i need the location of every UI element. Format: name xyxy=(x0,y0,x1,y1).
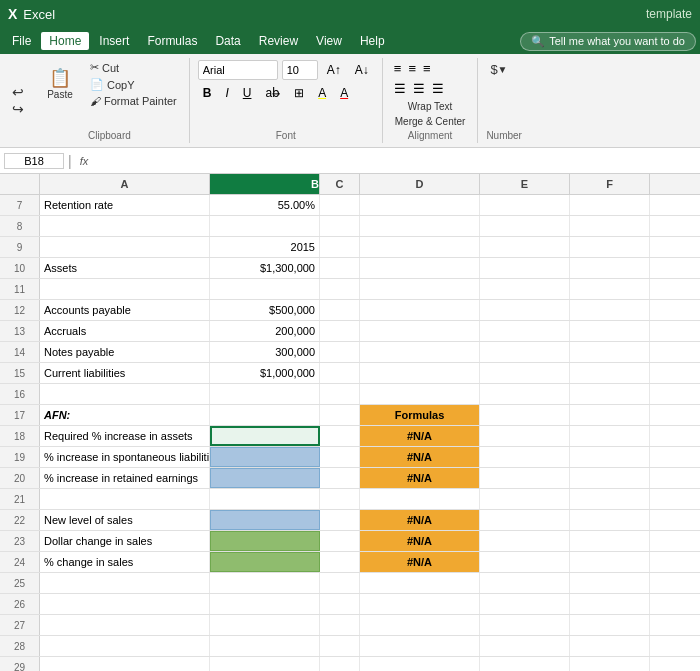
menu-review[interactable]: Review xyxy=(251,32,306,50)
cell-b-17[interactable] xyxy=(210,405,320,425)
cell-c-9[interactable] xyxy=(320,237,360,257)
cell-f-22[interactable] xyxy=(570,510,650,530)
col-header-b[interactable]: B xyxy=(210,174,320,194)
cell-f-20[interactable] xyxy=(570,468,650,488)
cell-a-20[interactable]: % increase in retained earnings xyxy=(40,468,210,488)
cell-c-13[interactable] xyxy=(320,321,360,341)
cell-e-19[interactable] xyxy=(480,447,570,467)
cell-b-23[interactable] xyxy=(210,531,320,551)
cell-f-13[interactable] xyxy=(570,321,650,341)
cell-c-23[interactable] xyxy=(320,531,360,551)
cell-b-19[interactable] xyxy=(210,447,320,467)
cell-c-12[interactable] xyxy=(320,300,360,320)
cell-d-23[interactable]: #N/A xyxy=(360,531,480,551)
cell-b-21[interactable] xyxy=(210,489,320,509)
cell-f-7[interactable] xyxy=(570,195,650,215)
cell-f-16[interactable] xyxy=(570,384,650,404)
align-top-center-button[interactable]: ≡ xyxy=(405,60,419,77)
cell-b-7[interactable]: 55.00% xyxy=(210,195,320,215)
cell-e-23[interactable] xyxy=(480,531,570,551)
cell-d-28[interactable] xyxy=(360,636,480,656)
cell-b-28[interactable] xyxy=(210,636,320,656)
cell-b-12[interactable]: $500,000 xyxy=(210,300,320,320)
cell-b-26[interactable] xyxy=(210,594,320,614)
cell-c-24[interactable] xyxy=(320,552,360,572)
strikethrough-button[interactable]: ab̶ xyxy=(260,83,285,103)
cell-b-11[interactable] xyxy=(210,279,320,299)
cell-a-15[interactable]: Current liabilities xyxy=(40,363,210,383)
cell-b-18[interactable] xyxy=(210,426,320,446)
align-top-left-button[interactable]: ≡ xyxy=(391,60,405,77)
cell-e-26[interactable] xyxy=(480,594,570,614)
cell-d-7[interactable] xyxy=(360,195,480,215)
cell-b-27[interactable] xyxy=(210,615,320,635)
formula-input[interactable] xyxy=(96,155,696,167)
cell-a-17[interactable]: AFN: xyxy=(40,405,210,425)
cell-a-27[interactable] xyxy=(40,615,210,635)
cell-c-25[interactable] xyxy=(320,573,360,593)
cell-a-10[interactable]: Assets xyxy=(40,258,210,278)
cell-c-29[interactable] xyxy=(320,657,360,671)
align-left-button[interactable]: ☰ xyxy=(391,80,409,97)
cell-d-13[interactable] xyxy=(360,321,480,341)
cell-a-18[interactable]: Required % increase in assets xyxy=(40,426,210,446)
align-top-right-button[interactable]: ≡ xyxy=(420,60,434,77)
cell-f-11[interactable] xyxy=(570,279,650,299)
menu-view[interactable]: View xyxy=(308,32,350,50)
tell-me-box[interactable]: 🔍 Tell me what you want to do xyxy=(520,32,696,51)
cell-b-24[interactable] xyxy=(210,552,320,572)
cell-c-18[interactable] xyxy=(320,426,360,446)
cell-e-17[interactable] xyxy=(480,405,570,425)
cell-e-12[interactable] xyxy=(480,300,570,320)
font-name-input[interactable] xyxy=(198,60,278,80)
cell-e-22[interactable] xyxy=(480,510,570,530)
cell-f-17[interactable] xyxy=(570,405,650,425)
cell-a-29[interactable] xyxy=(40,657,210,671)
cell-e-21[interactable] xyxy=(480,489,570,509)
menu-insert[interactable]: Insert xyxy=(91,32,137,50)
menu-data[interactable]: Data xyxy=(207,32,248,50)
cut-button[interactable]: ✂ Cut xyxy=(86,60,181,75)
italic-button[interactable]: I xyxy=(220,83,233,103)
cell-e-18[interactable] xyxy=(480,426,570,446)
paste-button[interactable]: 📋 Paste xyxy=(38,66,82,103)
cell-b-22[interactable] xyxy=(210,510,320,530)
merge-center-button[interactable]: Merge & Center xyxy=(391,115,470,128)
cell-b-14[interactable]: 300,000 xyxy=(210,342,320,362)
underline-button[interactable]: U xyxy=(238,83,257,103)
cell-a-9[interactable] xyxy=(40,237,210,257)
menu-home[interactable]: Home xyxy=(41,32,89,50)
cell-a-16[interactable] xyxy=(40,384,210,404)
bold-button[interactable]: B xyxy=(198,83,217,103)
col-header-d[interactable]: D xyxy=(360,174,480,194)
cell-b-16[interactable] xyxy=(210,384,320,404)
cell-e-10[interactable] xyxy=(480,258,570,278)
cell-f-9[interactable] xyxy=(570,237,650,257)
cell-b-8[interactable] xyxy=(210,216,320,236)
col-header-f[interactable]: F xyxy=(570,174,650,194)
cell-f-26[interactable] xyxy=(570,594,650,614)
cell-reference[interactable]: B18 xyxy=(4,153,64,169)
cell-d-26[interactable] xyxy=(360,594,480,614)
cell-c-11[interactable] xyxy=(320,279,360,299)
cell-d-16[interactable] xyxy=(360,384,480,404)
cell-f-29[interactable] xyxy=(570,657,650,671)
cell-f-28[interactable] xyxy=(570,636,650,656)
cell-a-28[interactable] xyxy=(40,636,210,656)
cell-d-22[interactable]: #N/A xyxy=(360,510,480,530)
cell-a-13[interactable]: Accruals xyxy=(40,321,210,341)
cell-d-12[interactable] xyxy=(360,300,480,320)
fill-color-button[interactable]: A xyxy=(313,83,331,103)
cell-f-19[interactable] xyxy=(570,447,650,467)
cell-c-17[interactable] xyxy=(320,405,360,425)
col-header-e[interactable]: E xyxy=(480,174,570,194)
cell-a-12[interactable]: Accounts payable xyxy=(40,300,210,320)
format-painter-button[interactable]: 🖌 Format Painter xyxy=(86,94,181,108)
cell-d-9[interactable] xyxy=(360,237,480,257)
cell-f-25[interactable] xyxy=(570,573,650,593)
cell-a-22[interactable]: New level of sales xyxy=(40,510,210,530)
cell-b-15[interactable]: $1,000,000 xyxy=(210,363,320,383)
cell-e-24[interactable] xyxy=(480,552,570,572)
cell-e-13[interactable] xyxy=(480,321,570,341)
cell-a-21[interactable] xyxy=(40,489,210,509)
